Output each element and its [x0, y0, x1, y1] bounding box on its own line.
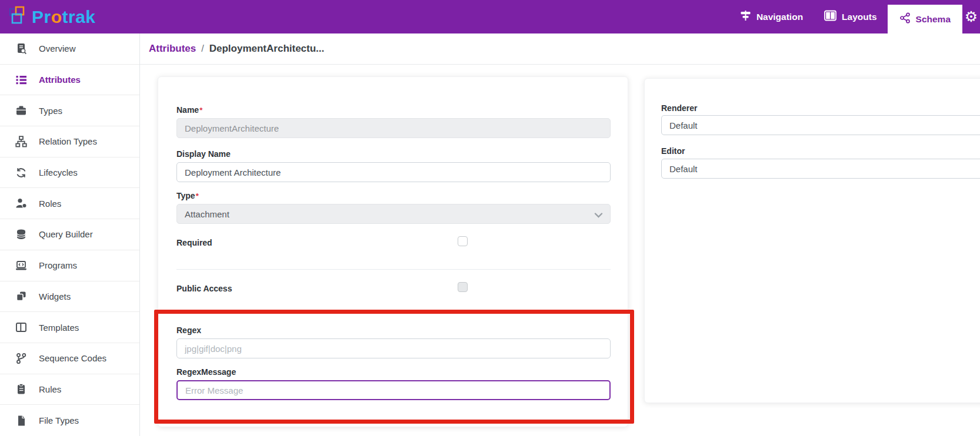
attribute-form-card: Name* Display Name Type* Attachment — [158, 76, 628, 427]
regex-message-label: RegexMessage — [176, 366, 236, 378]
sidebar-item-attributes[interactable]: Attributes — [0, 65, 139, 96]
protrak-logo-icon — [7, 5, 28, 29]
type-select[interactable]: Attachment — [176, 204, 611, 224]
sidebar-item-label: Programs — [39, 260, 77, 270]
display-name-input[interactable] — [176, 162, 611, 182]
stacked-squares-icon — [15, 290, 27, 302]
sidebar-item-types[interactable]: Types — [0, 95, 139, 126]
breadcrumb-attributes-link[interactable]: Attributes — [149, 43, 196, 55]
breadcrumb-separator: / — [201, 43, 204, 54]
git-branch-icon — [15, 353, 27, 364]
renderer-input[interactable] — [661, 115, 980, 135]
layout-columns-icon — [824, 10, 836, 24]
laptop-code-icon — [15, 260, 27, 271]
nav-navigation[interactable]: Navigation — [729, 0, 814, 33]
sidebar-item-label: File Types — [39, 415, 79, 425]
file-icon — [15, 415, 27, 427]
required-asterisk: * — [196, 192, 199, 200]
person-badge-icon — [15, 197, 27, 209]
sidebar-item-label: Widgets — [39, 291, 71, 301]
regex-input[interactable] — [176, 338, 611, 358]
chevron-down-icon — [594, 210, 603, 220]
sidebar-item-widgets[interactable]: Widgets — [0, 281, 139, 313]
sidebar-item-roles[interactable]: Roles — [0, 188, 139, 219]
briefcase-icon — [15, 105, 27, 116]
settings-button[interactable]: ⚙ — [962, 0, 980, 33]
name-input[interactable] — [176, 118, 611, 138]
renderer-label: Renderer — [661, 102, 697, 114]
sidebar-item-label: Types — [39, 106, 62, 116]
document-search-icon — [15, 43, 27, 55]
sidebar-item-relation-types[interactable]: Relation Types — [0, 126, 139, 157]
editor-input[interactable] — [661, 159, 980, 179]
sidebar-item-query-builder[interactable]: Query Builder — [0, 219, 139, 250]
sidebar-item-label: Attributes — [39, 75, 81, 85]
editor-label: Editor — [661, 145, 685, 157]
app-logo[interactable]: Protrak — [0, 5, 96, 29]
breadcrumb: Attributes / DeploymentArchitectu... — [140, 33, 980, 65]
breadcrumb-current: DeploymentArchitectu... — [209, 43, 325, 55]
sidebar-item-sequence-codes[interactable]: Sequence Codes — [0, 343, 139, 374]
display-name-label: Display Name — [176, 148, 231, 160]
required-asterisk: * — [199, 106, 202, 115]
sidebar-item-label: Relation Types — [39, 136, 97, 146]
sidebar-item-label: Rules — [39, 384, 61, 394]
regex-label: Regex — [176, 324, 201, 336]
sidebar-item-lifecycles[interactable]: Lifecycles — [0, 157, 139, 189]
section-divider — [176, 269, 611, 270]
nav-layouts-label: Layouts — [842, 12, 876, 22]
share-schema-icon — [899, 12, 911, 26]
type-label: Type* — [176, 190, 199, 202]
regex-message-input[interactable] — [176, 380, 611, 400]
sidebar-item-rules[interactable]: Rules — [0, 374, 139, 405]
gear-icon: ⚙ — [965, 8, 978, 25]
nav-layouts[interactable]: Layouts — [814, 0, 887, 33]
sidebar-item-label: Lifecycles — [39, 167, 78, 177]
required-checkbox[interactable] — [458, 236, 468, 246]
sidebar-item-overview[interactable]: Overview — [0, 33, 139, 65]
app-header: Protrak Navigation Layouts — [0, 0, 980, 33]
sidebar-item-file-types[interactable]: File Types — [0, 405, 139, 436]
sidebar-item-label: Sequence Codes — [39, 353, 106, 363]
sidebar-item-programs[interactable]: Programs — [0, 250, 139, 281]
type-select-value: Attachment — [185, 209, 229, 219]
app-title: Protrak — [32, 7, 96, 27]
name-label: Name* — [176, 104, 202, 116]
content-area: Name* Display Name Type* Attachment — [140, 65, 980, 436]
sidebar-item-templates[interactable]: Templates — [0, 312, 139, 343]
database-icon — [15, 229, 27, 240]
recycle-icon — [15, 167, 27, 179]
nav-schema-label: Schema — [916, 14, 951, 25]
clipboard-icon — [15, 383, 27, 395]
list-icon — [15, 74, 27, 86]
public-access-label: Public Access — [176, 283, 232, 294]
sidebar-item-label: Query Builder — [39, 229, 93, 239]
required-label: Required — [176, 237, 212, 249]
sidebar-item-label: Overview — [39, 43, 76, 53]
nav-navigation-label: Navigation — [756, 12, 803, 22]
signpost-icon — [740, 10, 751, 24]
public-access-checkbox[interactable] — [458, 282, 468, 292]
nav-schema[interactable]: Schema — [888, 5, 962, 33]
sidebar-item-label: Templates — [39, 323, 79, 333]
org-chart-icon — [15, 136, 27, 147]
columns-icon — [15, 321, 27, 333]
sidebar: Overview Attributes — [0, 33, 140, 436]
header-nav: Navigation Layouts — [729, 0, 980, 33]
sidebar-item-label: Roles — [39, 199, 61, 209]
renderer-editor-card: Renderer Editor — [644, 78, 980, 403]
